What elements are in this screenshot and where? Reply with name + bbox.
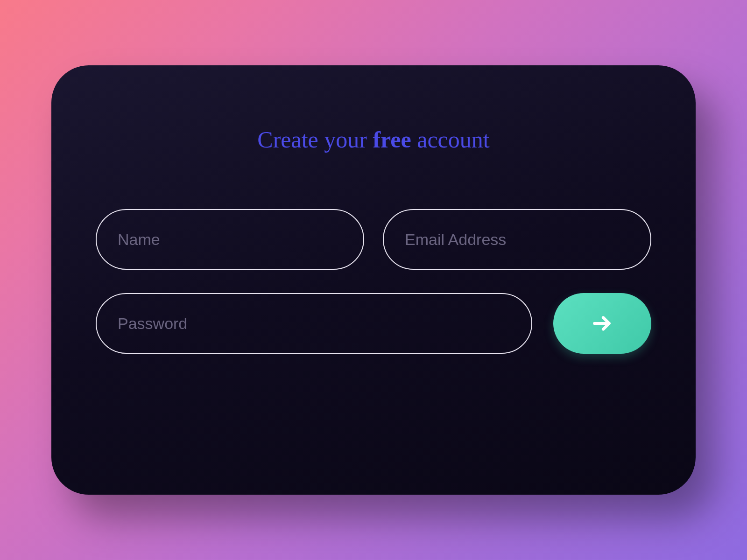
- submit-button[interactable]: [553, 293, 651, 354]
- name-input[interactable]: [96, 209, 364, 270]
- arrow-right-icon: [591, 312, 614, 335]
- email-input[interactable]: [383, 209, 651, 270]
- signup-form: [51, 209, 696, 354]
- signup-card: Create your free account: [51, 65, 696, 495]
- password-input[interactable]: [96, 293, 532, 354]
- form-row-2: [96, 293, 651, 354]
- title-suffix: account: [411, 126, 490, 153]
- title-emphasis: free: [373, 126, 411, 153]
- signup-title: Create your free account: [257, 126, 489, 153]
- form-row-1: [96, 209, 651, 270]
- title-prefix: Create your: [257, 126, 373, 153]
